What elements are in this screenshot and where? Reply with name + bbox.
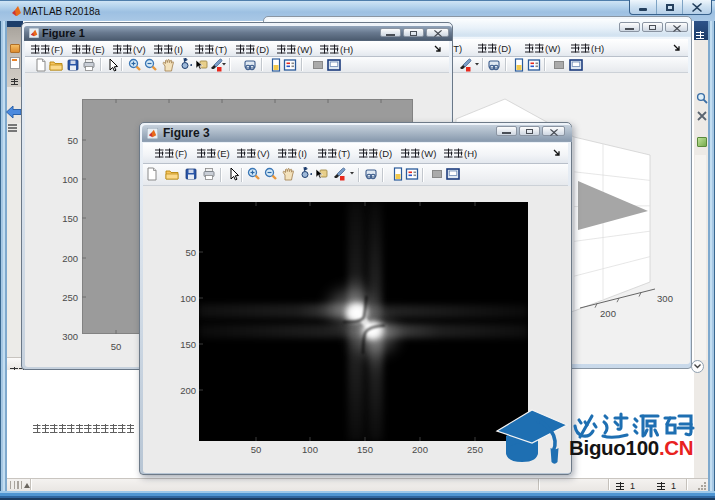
svg-text:200: 200 — [600, 308, 616, 319]
svg-text:300: 300 — [657, 293, 673, 304]
